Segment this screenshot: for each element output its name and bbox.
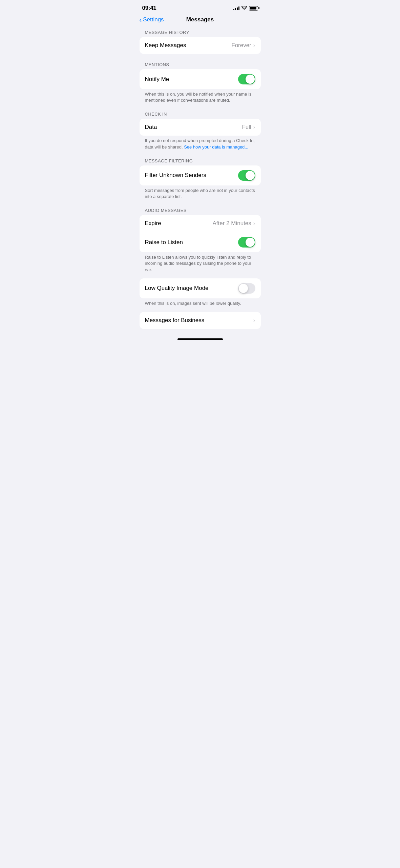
low-quality-footer: When this is on, images sent will be low… <box>140 298 261 309</box>
notify-me-toggle[interactable] <box>238 74 255 84</box>
low-quality-label: Low Quality Image Mode <box>145 285 209 292</box>
raise-to-listen-label: Raise to Listen <box>145 239 183 246</box>
check-in-footer: If you do not respond when prompted duri… <box>140 136 261 153</box>
keep-messages-label: Keep Messages <box>145 42 186 49</box>
home-indicator <box>134 332 266 343</box>
battery-icon <box>249 6 258 11</box>
section-header-message-history: MESSAGE HISTORY <box>140 27 261 37</box>
expire-label: Expire <box>145 220 161 227</box>
status-icons <box>233 6 258 11</box>
row-expire[interactable]: Expire After 2 Minutes › <box>140 215 261 232</box>
section-audio-messages: AUDIO MESSAGES Expire After 2 Minutes › … <box>140 205 261 276</box>
card-audio: Expire After 2 Minutes › Raise to Listen <box>140 215 261 252</box>
section-low-quality: Low Quality Image Mode When this is on, … <box>140 278 261 309</box>
messages-for-business-value: › <box>253 317 255 324</box>
chevron-right-icon: › <box>253 220 255 227</box>
keep-messages-value: Forever › <box>231 42 255 49</box>
row-filter-unknown: Filter Unknown Senders <box>140 165 261 185</box>
row-data[interactable]: Data Full › <box>140 119 261 136</box>
audio-footer: Raise to Listen allows you to quickly li… <box>140 252 261 276</box>
card-message-history: Keep Messages Forever › <box>140 37 261 54</box>
section-header-mentions: MENTIONS <box>140 59 261 69</box>
section-header-audio: AUDIO MESSAGES <box>140 205 261 215</box>
card-low-quality: Low Quality Image Mode <box>140 278 261 298</box>
back-button[interactable]: ‹ Settings <box>140 16 164 23</box>
toggle-knob <box>246 238 255 247</box>
section-messages-for-business: Messages for Business › <box>140 312 261 329</box>
card-mentions: Notify Me <box>140 69 261 89</box>
section-message-filtering: MESSAGE FILTERING Filter Unknown Senders… <box>140 156 261 202</box>
raise-to-listen-toggle[interactable] <box>238 237 255 248</box>
nav-bar: ‹ Settings Messages <box>134 14 266 27</box>
notify-me-label: Notify Me <box>145 76 169 83</box>
wifi-icon <box>241 6 247 10</box>
section-message-history: MESSAGE HISTORY Keep Messages Forever › <box>140 27 261 54</box>
status-time: 09:41 <box>142 5 156 12</box>
section-check-in: CHECK IN Data Full › If you do not respo… <box>140 109 261 153</box>
status-bar: 09:41 <box>134 0 266 14</box>
check-in-link[interactable]: See how your data is managed... <box>184 144 248 150</box>
row-messages-for-business[interactable]: Messages for Business › <box>140 312 261 329</box>
section-header-check-in: CHECK IN <box>140 109 261 119</box>
row-raise-to-listen: Raise to Listen <box>140 232 261 252</box>
section-header-filtering: MESSAGE FILTERING <box>140 156 261 165</box>
chevron-left-icon: ‹ <box>140 16 142 23</box>
data-label: Data <box>145 124 157 131</box>
section-mentions: MENTIONS Notify Me When this is on, you … <box>140 59 261 106</box>
filter-unknown-label: Filter Unknown Senders <box>145 172 206 179</box>
card-filtering: Filter Unknown Senders <box>140 165 261 185</box>
back-label: Settings <box>143 16 164 23</box>
data-value: Full › <box>242 124 255 131</box>
low-quality-toggle[interactable] <box>238 283 255 294</box>
toggle-knob <box>246 171 255 180</box>
card-messages-for-business: Messages for Business › <box>140 312 261 329</box>
row-notify-me: Notify Me <box>140 69 261 89</box>
messages-for-business-label: Messages for Business <box>145 317 205 324</box>
card-check-in: Data Full › <box>140 119 261 136</box>
row-keep-messages[interactable]: Keep Messages Forever › <box>140 37 261 54</box>
chevron-right-icon: › <box>253 42 255 49</box>
filtering-footer: Sort messages from people who are not in… <box>140 185 261 202</box>
mentions-footer: When this is on, you will be notified wh… <box>140 89 261 106</box>
expire-value: After 2 Minutes › <box>213 220 255 227</box>
chevron-right-icon: › <box>253 317 255 324</box>
home-bar <box>177 338 223 340</box>
signal-icon <box>233 6 239 10</box>
content: MESSAGE HISTORY Keep Messages Forever › … <box>134 27 266 329</box>
toggle-knob <box>239 284 248 293</box>
page-title: Messages <box>186 16 214 23</box>
filter-unknown-toggle[interactable] <box>238 170 255 181</box>
chevron-right-icon: › <box>253 124 255 131</box>
row-low-quality: Low Quality Image Mode <box>140 278 261 298</box>
toggle-knob <box>246 75 255 84</box>
